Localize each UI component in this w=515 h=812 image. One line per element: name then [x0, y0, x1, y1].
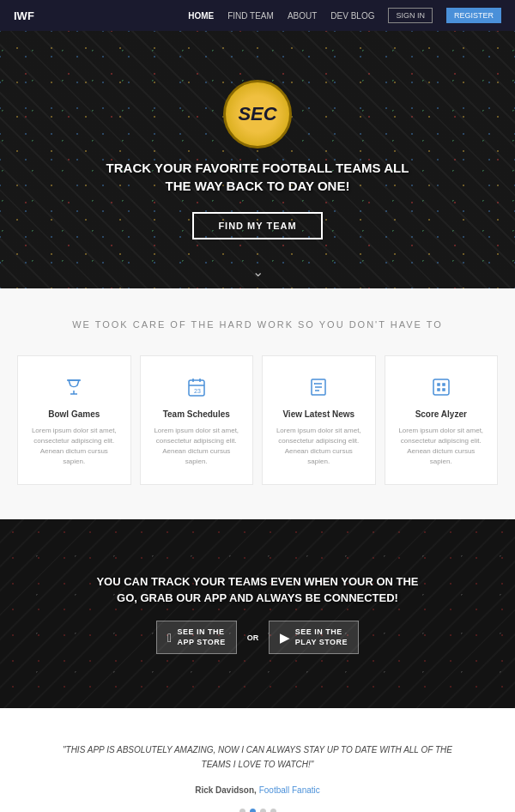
feature-card-bowl-games: Bowl Games Lorem ipsum dolor sit amet, c…	[17, 355, 131, 485]
apple-icon: 	[167, 631, 173, 645]
team-schedules-desc: Lorem ipsum dolor sit amet, consectetur …	[151, 426, 243, 467]
testimonial-dots	[52, 809, 464, 812]
dot-2[interactable]	[250, 809, 256, 812]
app-section: YOU CAN TRACK YOUR TEAMS EVEN WHEN YOUR …	[0, 519, 515, 708]
play-store-icon: ▶	[280, 631, 290, 645]
nav-home[interactable]: HOME	[188, 11, 214, 21]
app-buttons:  SEE IN THEAPP STORE OR ▶ SEE IN THEPLA…	[156, 621, 359, 654]
testimonial-role: Football Fanatic	[259, 785, 320, 795]
team-schedules-title: Team Schedules	[151, 409, 243, 419]
score-alyzer-desc: Lorem ipsum dolor sit amet, consectetur …	[396, 426, 488, 467]
sec-logo-text: SEC	[238, 103, 276, 125]
dot-4[interactable]	[270, 809, 276, 812]
hero-title: TRACK YOUR FAVORITE FOOTBALL TEAMS ALL T…	[103, 159, 412, 195]
nav-about[interactable]: ABOUT	[288, 11, 317, 21]
latest-news-desc: Lorem ipsum dolor sit amet, consectetur …	[273, 426, 365, 467]
play-store-label: SEE IN THEPLAY STORE	[295, 627, 348, 647]
hero-section: SEC TRACK YOUR FAVORITE FOOTBALL TEAMS A…	[0, 31, 515, 288]
bowl-games-title: Bowl Games	[28, 409, 120, 419]
nav-dev-blog[interactable]: DEV BLOG	[330, 11, 374, 21]
features-section: WE TOOK CARE OF THE HARD WORK SO YOU DON…	[0, 288, 515, 519]
latest-news-icon	[273, 373, 365, 401]
scroll-down-icon: ⌄	[252, 264, 264, 280]
feature-card-score-alyzer: Score Alyzer Lorem ipsum dolor sit amet,…	[385, 355, 499, 485]
testimonial-author: Rick Davidson, Football Fanatic	[52, 785, 464, 795]
features-subtitle: WE TOOK CARE OF THE HARD WORK SO YOU DON…	[17, 319, 498, 330]
latest-news-title: View Latest News	[273, 409, 365, 419]
app-or-label: OR	[247, 633, 259, 642]
app-store-button[interactable]:  SEE IN THEAPP STORE	[156, 621, 237, 654]
feature-card-team-schedules: 23 Team Schedules Lorem ipsum dolor sit …	[140, 355, 254, 485]
testimonial-section: "THIS APP IS ABSOLUTELY AMAZING, NOW I C…	[0, 708, 515, 812]
score-alyzer-title: Score Alyzer	[396, 409, 488, 419]
sign-in-button[interactable]: SIGN IN	[388, 8, 433, 23]
app-background	[0, 519, 515, 708]
testimonial-quote: "THIS APP IS ABSOLUTELY AMAZING, NOW I C…	[52, 742, 464, 772]
dot-1[interactable]	[239, 809, 245, 812]
team-schedules-icon: 23	[151, 373, 243, 401]
sec-logo: SEC	[223, 80, 292, 148]
svg-text:23: 23	[194, 388, 201, 394]
bowl-games-icon	[28, 373, 120, 401]
navbar: IWF HOME FIND TEAM ABOUT DEV BLOG SIGN I…	[0, 0, 515, 31]
nav-links: HOME FIND TEAM ABOUT DEV BLOG SIGN IN RE…	[188, 8, 501, 23]
app-section-title: YOU CAN TRACK YOUR TEAMS EVEN WHEN YOUR …	[94, 573, 421, 607]
feature-card-latest-news: View Latest News Lorem ipsum dolor sit a…	[262, 355, 376, 485]
play-store-button[interactable]: ▶ SEE IN THEPLAY STORE	[269, 621, 359, 654]
dot-3[interactable]	[260, 809, 266, 812]
bowl-games-desc: Lorem ipsum dolor sit amet, consectetur …	[28, 426, 120, 467]
nav-logo: IWF	[14, 9, 34, 22]
app-store-label: SEE IN THEAPP STORE	[178, 627, 226, 647]
nav-find-team[interactable]: FIND TEAM	[227, 11, 274, 21]
find-my-team-button[interactable]: FIND MY TEAM	[192, 212, 322, 239]
register-button[interactable]: REGISTER	[446, 8, 501, 23]
score-alyzer-icon	[396, 373, 488, 401]
svg-rect-3	[433, 379, 449, 395]
features-grid: Bowl Games Lorem ipsum dolor sit amet, c…	[17, 355, 498, 485]
